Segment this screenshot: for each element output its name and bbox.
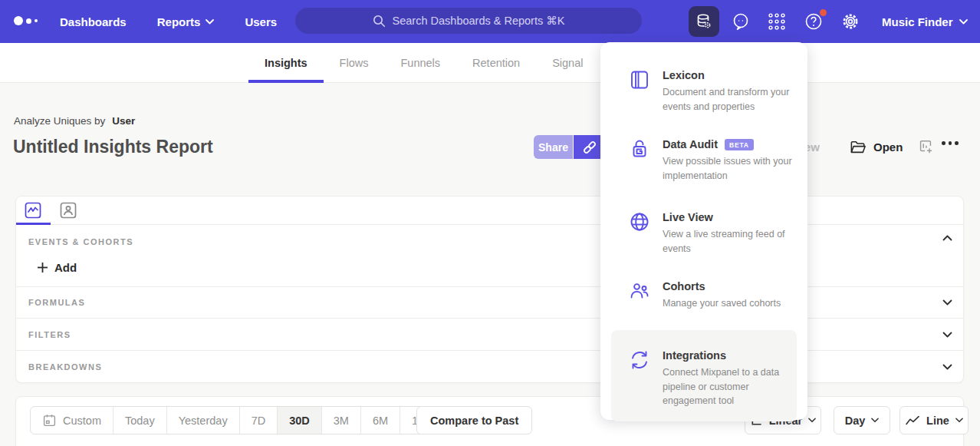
more-options-icon[interactable] [942, 141, 959, 145]
data-audit-lock-icon [629, 138, 650, 160]
range-yesterday[interactable]: Yesterday [167, 407, 240, 434]
chevron-down-icon [942, 364, 952, 370]
interval-dropdown[interactable]: Day [834, 406, 890, 434]
section-breakdowns[interactable]: BREAKDOWNS [16, 350, 963, 383]
range-3m[interactable]: 3M [322, 407, 361, 434]
builder-tab-underline [16, 223, 51, 225]
search-input[interactable]: Search Dashboards & Reports ⌘K [295, 8, 642, 34]
nav-item-reports[interactable]: Reports [157, 15, 215, 28]
chevron-down-icon [942, 332, 952, 338]
mixpanel-logo-icon[interactable] [14, 16, 38, 25]
chevron-down-icon [808, 418, 816, 423]
search-icon [373, 15, 386, 28]
menu-item-cohorts[interactable]: Cohorts Manage your saved cohorts [629, 280, 795, 310]
compare-to-past-button[interactable]: Compare to Past [416, 406, 532, 434]
chevron-down-icon [206, 19, 214, 25]
line-chart-icon [905, 415, 920, 427]
project-name: Music Finder [882, 15, 953, 28]
integrations-sync-icon [629, 349, 650, 371]
globe-icon [629, 211, 650, 233]
tab-flows[interactable]: Flows [340, 43, 369, 83]
add-to-board-icon[interactable] [917, 138, 934, 155]
tab-insights[interactable]: Insights [265, 43, 307, 83]
project-switcher[interactable]: Music Finder [882, 0, 968, 43]
page-title[interactable]: Untitled Insights Report [13, 137, 213, 157]
nav-links: Dashboards Reports Users [60, 0, 277, 43]
nav-item-users[interactable]: Users [245, 15, 277, 28]
report-tabbar: Insights Flows Funnels Retention Signal … [0, 43, 980, 83]
data-management-menu: Lexicon Document and transform your even… [600, 42, 807, 420]
settings-gear-icon[interactable] [840, 11, 861, 32]
lexicon-book-icon [629, 69, 650, 91]
top-navbar: Dashboards Reports Users Search Dashboar… [0, 0, 980, 43]
chevron-down-icon [871, 418, 879, 423]
add-event-button[interactable]: Add [37, 261, 77, 274]
chevron-up-icon[interactable] [942, 235, 952, 241]
plus-icon [37, 262, 48, 273]
share-button-group: Share [534, 135, 606, 159]
menu-item-live-view[interactable]: Live View View a live streaming feed of … [629, 211, 795, 255]
help-icon[interactable] [803, 11, 824, 32]
menu-item-lexicon[interactable]: Lexicon Document and transform your even… [629, 69, 795, 113]
beta-badge: BETA [725, 139, 754, 150]
folder-icon [850, 140, 867, 155]
chevron-down-icon [955, 418, 963, 423]
chart-type-dropdown[interactable]: Line [899, 406, 968, 434]
line-chart-square-icon [25, 202, 41, 219]
data-management-icon[interactable] [689, 6, 719, 37]
chain-link-icon [581, 139, 598, 156]
range-custom[interactable]: Custom [31, 407, 113, 434]
chevron-down-icon [942, 299, 952, 306]
open-report-button[interactable]: Open [850, 135, 903, 159]
person-square-icon [60, 202, 77, 219]
tab-retention[interactable]: Retention [472, 43, 520, 83]
query-builder-card: EVENTS & COHORTS Add FORMULAS FILTERS BR… [15, 196, 964, 383]
section-events-cohorts: EVENTS & COHORTS [28, 237, 133, 246]
builder-tab-row [16, 197, 963, 225]
breadcrumb-entity[interactable]: User [112, 115, 135, 127]
menu-item-data-audit[interactable]: Data Audit BETA View possible issues wit… [629, 138, 795, 182]
feedback-icon[interactable] [730, 11, 751, 32]
range-30d[interactable]: 30D [278, 407, 322, 434]
tab-signal[interactable]: Signal [552, 43, 583, 83]
search-placeholder: Search Dashboards & Reports ⌘K [393, 15, 565, 27]
range-6m[interactable]: 6M [361, 407, 400, 434]
section-filters[interactable]: FILTERS [16, 318, 963, 350]
apps-grid-icon[interactable] [766, 11, 788, 32]
section-formulas[interactable]: FORMULAS [16, 286, 963, 318]
share-button[interactable]: Share [534, 135, 573, 159]
cohorts-people-icon [629, 280, 650, 302]
date-toolbar-card: Custom Today Yesterday 7D 30D 3M 6M 12M … [15, 396, 964, 446]
tab-funnels[interactable]: Funnels [400, 43, 440, 83]
nav-item-dashboards[interactable]: Dashboards [60, 15, 127, 28]
notification-dot [820, 9, 827, 16]
chevron-down-icon [959, 19, 968, 25]
metrics-tab[interactable] [25, 202, 41, 219]
calendar-icon [42, 413, 57, 428]
date-range-segmented-control: Custom Today Yesterday 7D 30D 3M 6M 12M [30, 406, 446, 434]
breadcrumb: Analyze Uniques by User [14, 115, 135, 127]
range-7d[interactable]: 7D [240, 407, 278, 434]
profiles-tab[interactable] [60, 202, 77, 219]
range-today[interactable]: Today [113, 407, 167, 434]
menu-item-integrations[interactable]: Integrations Connect Mixpanel to a data … [611, 330, 797, 421]
